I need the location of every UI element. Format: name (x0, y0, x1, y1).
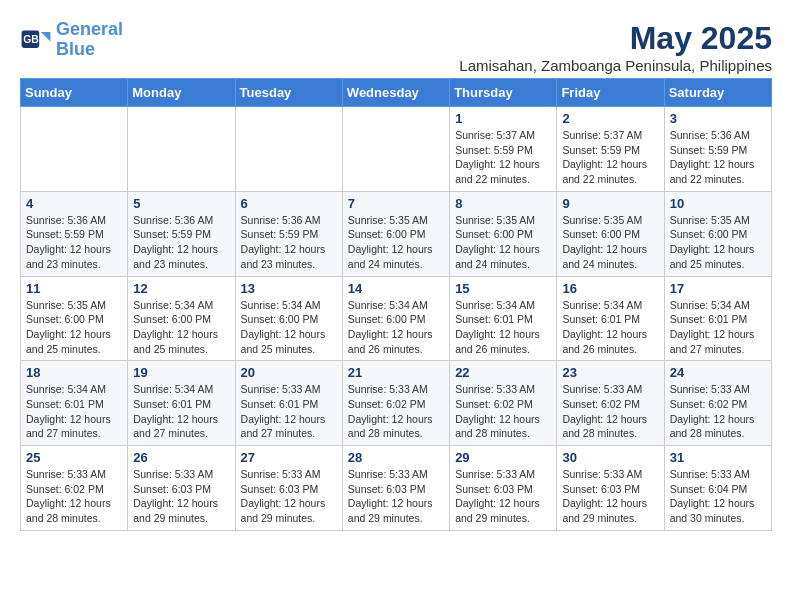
calendar-cell: 13Sunrise: 5:34 AM Sunset: 6:00 PM Dayli… (235, 276, 342, 361)
day-info: Sunrise: 5:35 AM Sunset: 6:00 PM Dayligh… (670, 213, 766, 272)
calendar-cell: 24Sunrise: 5:33 AM Sunset: 6:02 PM Dayli… (664, 361, 771, 446)
day-number: 10 (670, 196, 766, 211)
calendar-cell: 25Sunrise: 5:33 AM Sunset: 6:02 PM Dayli… (21, 446, 128, 531)
logo-text: General Blue (56, 20, 123, 60)
day-info: Sunrise: 5:33 AM Sunset: 6:03 PM Dayligh… (348, 467, 444, 526)
day-number: 3 (670, 111, 766, 126)
day-number: 15 (455, 281, 551, 296)
day-info: Sunrise: 5:33 AM Sunset: 6:02 PM Dayligh… (348, 382, 444, 441)
calendar-cell: 29Sunrise: 5:33 AM Sunset: 6:03 PM Dayli… (450, 446, 557, 531)
weekday-header: Friday (557, 79, 664, 107)
day-number: 21 (348, 365, 444, 380)
day-number: 29 (455, 450, 551, 465)
day-info: Sunrise: 5:36 AM Sunset: 5:59 PM Dayligh… (241, 213, 337, 272)
calendar-cell (21, 107, 128, 192)
weekday-header-row: SundayMondayTuesdayWednesdayThursdayFrid… (21, 79, 772, 107)
day-number: 5 (133, 196, 229, 211)
calendar-cell: 12Sunrise: 5:34 AM Sunset: 6:00 PM Dayli… (128, 276, 235, 361)
calendar-cell: 27Sunrise: 5:33 AM Sunset: 6:03 PM Dayli… (235, 446, 342, 531)
day-info: Sunrise: 5:33 AM Sunset: 6:04 PM Dayligh… (670, 467, 766, 526)
day-number: 12 (133, 281, 229, 296)
day-info: Sunrise: 5:36 AM Sunset: 5:59 PM Dayligh… (133, 213, 229, 272)
day-info: Sunrise: 5:33 AM Sunset: 6:03 PM Dayligh… (562, 467, 658, 526)
day-number: 8 (455, 196, 551, 211)
day-number: 11 (26, 281, 122, 296)
day-number: 18 (26, 365, 122, 380)
day-number: 1 (455, 111, 551, 126)
day-number: 2 (562, 111, 658, 126)
day-info: Sunrise: 5:34 AM Sunset: 6:01 PM Dayligh… (133, 382, 229, 441)
title-block: May 2025 Lamisahan, Zamboanga Peninsula,… (459, 20, 772, 74)
svg-marker-2 (41, 32, 51, 42)
day-number: 14 (348, 281, 444, 296)
calendar-cell: 28Sunrise: 5:33 AM Sunset: 6:03 PM Dayli… (342, 446, 449, 531)
calendar-cell: 22Sunrise: 5:33 AM Sunset: 6:02 PM Dayli… (450, 361, 557, 446)
calendar-cell: 23Sunrise: 5:33 AM Sunset: 6:02 PM Dayli… (557, 361, 664, 446)
day-info: Sunrise: 5:34 AM Sunset: 6:01 PM Dayligh… (455, 298, 551, 357)
calendar-cell: 18Sunrise: 5:34 AM Sunset: 6:01 PM Dayli… (21, 361, 128, 446)
day-info: Sunrise: 5:34 AM Sunset: 6:00 PM Dayligh… (348, 298, 444, 357)
calendar-cell: 19Sunrise: 5:34 AM Sunset: 6:01 PM Dayli… (128, 361, 235, 446)
day-info: Sunrise: 5:33 AM Sunset: 6:02 PM Dayligh… (26, 467, 122, 526)
calendar-cell: 11Sunrise: 5:35 AM Sunset: 6:00 PM Dayli… (21, 276, 128, 361)
day-number: 25 (26, 450, 122, 465)
day-number: 7 (348, 196, 444, 211)
calendar-cell: 31Sunrise: 5:33 AM Sunset: 6:04 PM Dayli… (664, 446, 771, 531)
calendar-cell (342, 107, 449, 192)
weekday-header: Tuesday (235, 79, 342, 107)
day-info: Sunrise: 5:33 AM Sunset: 6:02 PM Dayligh… (455, 382, 551, 441)
weekday-header: Thursday (450, 79, 557, 107)
day-info: Sunrise: 5:35 AM Sunset: 6:00 PM Dayligh… (455, 213, 551, 272)
calendar-cell: 6Sunrise: 5:36 AM Sunset: 5:59 PM Daylig… (235, 191, 342, 276)
weekday-header: Monday (128, 79, 235, 107)
svg-text:GB: GB (23, 34, 39, 45)
day-number: 4 (26, 196, 122, 211)
day-number: 23 (562, 365, 658, 380)
day-number: 20 (241, 365, 337, 380)
day-number: 17 (670, 281, 766, 296)
calendar-cell: 17Sunrise: 5:34 AM Sunset: 6:01 PM Dayli… (664, 276, 771, 361)
day-number: 9 (562, 196, 658, 211)
calendar-table: SundayMondayTuesdayWednesdayThursdayFrid… (20, 78, 772, 531)
calendar-cell: 10Sunrise: 5:35 AM Sunset: 6:00 PM Dayli… (664, 191, 771, 276)
day-info: Sunrise: 5:33 AM Sunset: 6:03 PM Dayligh… (455, 467, 551, 526)
calendar-week-row: 25Sunrise: 5:33 AM Sunset: 6:02 PM Dayli… (21, 446, 772, 531)
weekday-header: Sunday (21, 79, 128, 107)
calendar-week-row: 1Sunrise: 5:37 AM Sunset: 5:59 PM Daylig… (21, 107, 772, 192)
calendar-cell: 30Sunrise: 5:33 AM Sunset: 6:03 PM Dayli… (557, 446, 664, 531)
day-info: Sunrise: 5:35 AM Sunset: 6:00 PM Dayligh… (562, 213, 658, 272)
calendar-cell: 2Sunrise: 5:37 AM Sunset: 5:59 PM Daylig… (557, 107, 664, 192)
day-number: 28 (348, 450, 444, 465)
day-info: Sunrise: 5:33 AM Sunset: 6:02 PM Dayligh… (670, 382, 766, 441)
day-number: 31 (670, 450, 766, 465)
calendar-cell (235, 107, 342, 192)
calendar-cell: 21Sunrise: 5:33 AM Sunset: 6:02 PM Dayli… (342, 361, 449, 446)
calendar-cell: 14Sunrise: 5:34 AM Sunset: 6:00 PM Dayli… (342, 276, 449, 361)
calendar-cell: 8Sunrise: 5:35 AM Sunset: 6:00 PM Daylig… (450, 191, 557, 276)
calendar-week-row: 11Sunrise: 5:35 AM Sunset: 6:00 PM Dayli… (21, 276, 772, 361)
calendar-cell: 26Sunrise: 5:33 AM Sunset: 6:03 PM Dayli… (128, 446, 235, 531)
day-info: Sunrise: 5:37 AM Sunset: 5:59 PM Dayligh… (562, 128, 658, 187)
logo-icon: GB (20, 24, 52, 56)
calendar-cell: 4Sunrise: 5:36 AM Sunset: 5:59 PM Daylig… (21, 191, 128, 276)
day-info: Sunrise: 5:33 AM Sunset: 6:03 PM Dayligh… (241, 467, 337, 526)
calendar-cell: 15Sunrise: 5:34 AM Sunset: 6:01 PM Dayli… (450, 276, 557, 361)
day-info: Sunrise: 5:36 AM Sunset: 5:59 PM Dayligh… (670, 128, 766, 187)
day-info: Sunrise: 5:34 AM Sunset: 6:00 PM Dayligh… (241, 298, 337, 357)
day-info: Sunrise: 5:33 AM Sunset: 6:02 PM Dayligh… (562, 382, 658, 441)
day-number: 6 (241, 196, 337, 211)
page-header: GB General Blue May 2025 Lamisahan, Zamb… (20, 20, 772, 74)
day-info: Sunrise: 5:34 AM Sunset: 6:00 PM Dayligh… (133, 298, 229, 357)
month-year: May 2025 (459, 20, 772, 57)
day-number: 16 (562, 281, 658, 296)
calendar-cell: 5Sunrise: 5:36 AM Sunset: 5:59 PM Daylig… (128, 191, 235, 276)
day-info: Sunrise: 5:35 AM Sunset: 6:00 PM Dayligh… (348, 213, 444, 272)
day-info: Sunrise: 5:34 AM Sunset: 6:01 PM Dayligh… (670, 298, 766, 357)
day-info: Sunrise: 5:35 AM Sunset: 6:00 PM Dayligh… (26, 298, 122, 357)
calendar-cell: 9Sunrise: 5:35 AM Sunset: 6:00 PM Daylig… (557, 191, 664, 276)
location: Lamisahan, Zamboanga Peninsula, Philippi… (459, 57, 772, 74)
day-number: 22 (455, 365, 551, 380)
day-number: 24 (670, 365, 766, 380)
calendar-cell: 16Sunrise: 5:34 AM Sunset: 6:01 PM Dayli… (557, 276, 664, 361)
calendar-cell: 3Sunrise: 5:36 AM Sunset: 5:59 PM Daylig… (664, 107, 771, 192)
